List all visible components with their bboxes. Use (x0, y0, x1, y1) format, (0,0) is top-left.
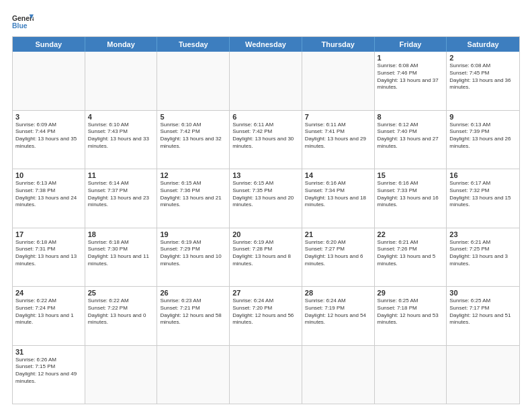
calendar-cell: 13Sunrise: 6:15 AM Sunset: 7:35 PM Dayli… (230, 169, 302, 228)
calendar-cell (302, 346, 375, 404)
day-number: 21 (305, 230, 371, 238)
weekday-header: Saturday (447, 37, 519, 52)
cell-sun-info: Sunrise: 6:21 AM Sunset: 7:25 PM Dayligh… (449, 239, 517, 268)
day-number: 1 (378, 54, 444, 62)
calendar-cell: 12Sunrise: 6:15 AM Sunset: 7:36 PM Dayli… (157, 169, 230, 228)
cell-sun-info: Sunrise: 6:24 AM Sunset: 7:19 PM Dayligh… (305, 298, 371, 326)
weekday-header: Sunday (13, 37, 85, 52)
weekday-header: Friday (375, 37, 447, 52)
calendar-cell: 28Sunrise: 6:24 AM Sunset: 7:19 PM Dayli… (302, 287, 375, 345)
day-number: 11 (88, 171, 154, 179)
day-number: 19 (160, 230, 226, 238)
day-number: 24 (15, 289, 82, 297)
calendar-cell: 11Sunrise: 6:14 AM Sunset: 7:37 PM Dayli… (85, 169, 158, 228)
calendar-cell: 8Sunrise: 6:12 AM Sunset: 7:40 PM Daylig… (375, 111, 447, 169)
calendar-cell: 20Sunrise: 6:19 AM Sunset: 7:28 PM Dayli… (230, 228, 302, 287)
calendar-cell: 30Sunrise: 6:25 AM Sunset: 7:17 PM Dayli… (447, 287, 519, 345)
day-number: 29 (378, 289, 444, 297)
calendar-cell: 21Sunrise: 6:20 AM Sunset: 7:27 PM Dayli… (302, 228, 375, 287)
cell-sun-info: Sunrise: 6:13 AM Sunset: 7:38 PM Dayligh… (15, 180, 82, 209)
calendar-row: 31Sunrise: 6:26 AM Sunset: 7:15 PM Dayli… (13, 346, 519, 404)
calendar-cell: 26Sunrise: 6:23 AM Sunset: 7:21 PM Dayli… (157, 287, 230, 345)
day-number: 28 (305, 289, 371, 297)
day-number: 17 (15, 230, 82, 238)
day-number: 5 (160, 113, 226, 121)
calendar-cell (302, 52, 375, 110)
calendar-cell: 17Sunrise: 6:18 AM Sunset: 7:31 PM Dayli… (13, 228, 85, 287)
calendar-cell: 1Sunrise: 6:08 AM Sunset: 7:46 PM Daylig… (375, 52, 447, 110)
weekday-header: Wednesday (230, 37, 302, 52)
calendar-cell: 3Sunrise: 6:09 AM Sunset: 7:44 PM Daylig… (13, 111, 85, 169)
weekday-header: Thursday (302, 37, 375, 52)
day-number: 9 (449, 113, 517, 121)
cell-sun-info: Sunrise: 6:23 AM Sunset: 7:21 PM Dayligh… (160, 298, 226, 326)
calendar-row: 3Sunrise: 6:09 AM Sunset: 7:44 PM Daylig… (13, 111, 519, 170)
svg-text:Blue: Blue (12, 22, 28, 30)
calendar-cell: 6Sunrise: 6:11 AM Sunset: 7:42 PM Daylig… (230, 111, 302, 169)
cell-sun-info: Sunrise: 6:16 AM Sunset: 7:34 PM Dayligh… (305, 180, 371, 209)
calendar-cell: 7Sunrise: 6:11 AM Sunset: 7:41 PM Daylig… (302, 111, 375, 169)
cell-sun-info: Sunrise: 6:08 AM Sunset: 7:45 PM Dayligh… (449, 62, 517, 91)
day-number: 15 (378, 171, 444, 179)
calendar-row: 24Sunrise: 6:22 AM Sunset: 7:24 PM Dayli… (13, 287, 519, 346)
cell-sun-info: Sunrise: 6:16 AM Sunset: 7:33 PM Dayligh… (378, 180, 444, 209)
calendar-cell: 18Sunrise: 6:18 AM Sunset: 7:30 PM Dayli… (85, 228, 158, 287)
logo: General Blue (12, 12, 34, 31)
cell-sun-info: Sunrise: 6:10 AM Sunset: 7:43 PM Dayligh… (88, 122, 154, 150)
cell-sun-info: Sunrise: 6:18 AM Sunset: 7:30 PM Dayligh… (88, 239, 154, 268)
cell-sun-info: Sunrise: 6:26 AM Sunset: 7:15 PM Dayligh… (15, 357, 82, 385)
calendar-row: 10Sunrise: 6:13 AM Sunset: 7:38 PM Dayli… (13, 169, 519, 228)
calendar-cell (13, 52, 85, 110)
cell-sun-info: Sunrise: 6:12 AM Sunset: 7:40 PM Dayligh… (378, 122, 444, 150)
day-number: 18 (88, 230, 154, 238)
cell-sun-info: Sunrise: 6:08 AM Sunset: 7:46 PM Dayligh… (378, 62, 444, 91)
day-number: 4 (88, 113, 154, 121)
calendar-cell: 23Sunrise: 6:21 AM Sunset: 7:25 PM Dayli… (447, 228, 519, 287)
calendar-row: 17Sunrise: 6:18 AM Sunset: 7:31 PM Dayli… (13, 228, 519, 287)
day-number: 10 (15, 171, 82, 179)
day-number: 3 (15, 113, 82, 121)
cell-sun-info: Sunrise: 6:25 AM Sunset: 7:18 PM Dayligh… (378, 298, 444, 326)
calendar-cell (230, 52, 302, 110)
calendar-cell: 4Sunrise: 6:10 AM Sunset: 7:43 PM Daylig… (85, 111, 158, 169)
header: General Blue (12, 12, 520, 31)
day-number: 20 (232, 230, 299, 238)
day-number: 14 (305, 171, 371, 179)
calendar-cell: 9Sunrise: 6:13 AM Sunset: 7:39 PM Daylig… (447, 111, 519, 169)
calendar-cell (85, 346, 158, 404)
cell-sun-info: Sunrise: 6:11 AM Sunset: 7:42 PM Dayligh… (232, 122, 299, 150)
calendar-cell: 24Sunrise: 6:22 AM Sunset: 7:24 PM Dayli… (13, 287, 85, 345)
calendar-cell: 16Sunrise: 6:17 AM Sunset: 7:32 PM Dayli… (447, 169, 519, 228)
weekday-header: Tuesday (157, 37, 230, 52)
day-number: 8 (378, 113, 444, 121)
calendar-cell (230, 346, 302, 404)
day-number: 23 (449, 230, 517, 238)
day-number: 2 (449, 54, 517, 62)
cell-sun-info: Sunrise: 6:24 AM Sunset: 7:20 PM Dayligh… (232, 298, 299, 326)
calendar-body: 1Sunrise: 6:08 AM Sunset: 7:46 PM Daylig… (13, 52, 519, 404)
day-number: 26 (160, 289, 226, 297)
calendar-cell: 2Sunrise: 6:08 AM Sunset: 7:45 PM Daylig… (447, 52, 519, 110)
cell-sun-info: Sunrise: 6:19 AM Sunset: 7:29 PM Dayligh… (160, 239, 226, 268)
day-number: 25 (88, 289, 154, 297)
cell-sun-info: Sunrise: 6:20 AM Sunset: 7:27 PM Dayligh… (305, 239, 371, 268)
day-number: 12 (160, 171, 226, 179)
cell-sun-info: Sunrise: 6:11 AM Sunset: 7:41 PM Dayligh… (305, 122, 371, 150)
cell-sun-info: Sunrise: 6:13 AM Sunset: 7:39 PM Dayligh… (449, 122, 517, 150)
calendar-cell: 29Sunrise: 6:25 AM Sunset: 7:18 PM Dayli… (375, 287, 447, 345)
weekday-header: Monday (85, 37, 158, 52)
calendar-cell: 5Sunrise: 6:10 AM Sunset: 7:42 PM Daylig… (157, 111, 230, 169)
calendar-cell (85, 52, 158, 110)
cell-sun-info: Sunrise: 6:19 AM Sunset: 7:28 PM Dayligh… (232, 239, 299, 268)
cell-sun-info: Sunrise: 6:17 AM Sunset: 7:32 PM Dayligh… (449, 180, 517, 209)
calendar: SundayMondayTuesdayWednesdayThursdayFrid… (12, 36, 520, 404)
cell-sun-info: Sunrise: 6:22 AM Sunset: 7:22 PM Dayligh… (88, 298, 154, 326)
cell-sun-info: Sunrise: 6:15 AM Sunset: 7:36 PM Dayligh… (160, 180, 226, 209)
calendar-cell (375, 346, 447, 404)
page: General Blue SundayMondayTuesdayWednesda… (0, 0, 532, 411)
day-number: 30 (449, 289, 517, 297)
cell-sun-info: Sunrise: 6:09 AM Sunset: 7:44 PM Dayligh… (15, 122, 82, 150)
calendar-row: 1Sunrise: 6:08 AM Sunset: 7:46 PM Daylig… (13, 52, 519, 111)
cell-sun-info: Sunrise: 6:15 AM Sunset: 7:35 PM Dayligh… (232, 180, 299, 209)
calendar-cell (157, 346, 230, 404)
